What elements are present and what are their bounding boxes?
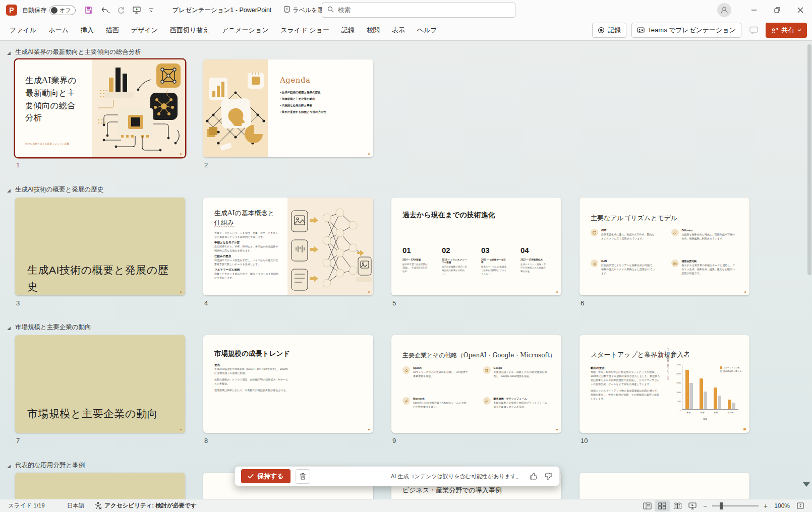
slide-thumbnail-10[interactable]: スタートアップと業界新規参入者 動向の要点 米国・中国・欧州を中心に特化型スター… [579,335,749,433]
chart-y-axis-label: スタートアップ数／調達額（億ドル） [667,346,669,380]
qat-overflow-icon[interactable] [148,8,154,13]
tab-view[interactable]: 表示 [386,22,411,38]
search-input[interactable]: 検索 [322,3,515,18]
tab-draw[interactable]: 描画 [100,22,125,38]
slide9-title: 主要企業とその戦略（OpenAI・Google・Microsoft） [402,351,556,360]
start-slideshow-icon[interactable] [132,6,141,14]
slide2-title: Agenda [280,76,311,85]
slide-thumbnail-5[interactable]: 過去から現在までの技術進化 012014 — GAN登場敵対的学習で生成品質が飛… [391,198,561,295]
company-icon [483,397,491,405]
tab-slideshow[interactable]: スライド ショー [275,22,334,38]
scroll-down-icon[interactable] [803,482,810,487]
collapse-triangle-icon: ◢ [7,50,11,55]
slide8-title: 市場規模の成長トレンド [214,349,290,358]
language-indicator[interactable]: 日本語 [62,502,90,509]
vertical-scrollbar[interactable] [807,41,812,499]
slide1-illustration [92,59,185,157]
comments-icon[interactable] [746,23,761,37]
slide-thumbnail-8[interactable]: 市場規模の成長トレンド 要点 生成AI市場は年平均成長率（CAGR）30〜40%… [203,335,373,433]
slide-thumbnail-2[interactable]: Agenda 生成AI技術の概要と発展の歴史 市場規模と主要企業の動向 代表的な… [203,59,373,157]
zoom-level[interactable]: 100% [771,502,793,509]
scrollbar-thumb[interactable] [807,44,811,275]
slide-thumbnail-9[interactable]: 主要企業とその戦略（OpenAI・Google・Microsoft） OpenA… [391,335,561,433]
chart-y-ticks: 25002000150010005000 [671,363,681,412]
zoom-in-button[interactable]: + [761,502,771,510]
chart-bar [718,396,721,409]
slide-number-6: 6 [581,299,584,307]
share-icon [771,27,778,34]
zoom-slider[interactable] [712,505,759,506]
chart-legend: スタートアップ数資金調達額（億ドル） [720,366,743,373]
tab-record[interactable]: 記録 [336,22,360,38]
minimize-button[interactable] [742,0,766,20]
redo-icon[interactable] [117,6,125,14]
company-icon [402,397,410,405]
tab-help[interactable]: ヘルプ [412,22,443,38]
tab-design[interactable]: デザイン [126,22,163,38]
autosave-toggle[interactable]: オフ [49,6,76,15]
tab-file[interactable]: ファイル [4,22,42,38]
chart-bar [714,388,717,410]
trash-icon [300,473,306,480]
ribbon-tab-bar: ファイル ホーム 挿入 描画 デザイン 画面切り替え アニメーション スライド … [0,20,812,41]
keep-button[interactable]: 保持する [241,469,291,483]
slide10-body: 動向の要点 米国・中国・欧州を中心に特化型スタートアップが増加し、2023年には… [591,366,661,403]
search-placeholder: 検索 [338,6,351,15]
close-button[interactable] [789,0,812,20]
slide-thumbnail-7[interactable]: 市場規模と主要企業の動向 [15,335,185,433]
slide-sorter-canvas: ◢ 生成AI業界の最新動向と主要傾向の総合分析 [0,41,812,499]
maximize-button[interactable] [766,0,789,20]
section-header-1[interactable]: ◢ 生成AI業界の最新動向と主要傾向の総合分析 [7,48,141,56]
slide-number-5: 5 [392,299,396,307]
discard-button[interactable] [296,469,310,484]
thumbs-down-icon[interactable] [544,472,552,480]
powerpoint-window: P 自動保存 オフ プレゼンテーション1 - PowerPoint ラベルを選択 [0,0,812,512]
slide-thumbnail-6[interactable]: 主要なアルゴリズムとモデル GPT自然言語生成に優れ、会話や文章作成、要約などの… [579,198,749,295]
section-header-3[interactable]: ◢ 市場規模と主要企業の動向 [7,323,91,332]
powerpoint-logo-icon: P [6,5,17,16]
tab-home[interactable]: ホーム [43,22,74,38]
company-icon [483,366,491,374]
company-icon [402,366,410,374]
slide3-title: 生成AI技術の概要と発展の歴史 [27,262,173,295]
slide-thumbnail-11[interactable] [15,473,185,499]
toggle-knob-icon [51,7,57,14]
collapse-triangle-icon: ◢ [7,188,11,193]
slide13-title: ビジネス・産業分野での導入事例 [402,486,502,495]
slide-number-8: 8 [204,437,208,444]
section-header-2[interactable]: ◢ 生成AI技術の概要と発展の歴史 [7,185,103,194]
record-button[interactable]: 記録 [592,23,626,38]
section-header-4[interactable]: ◢ 代表的な応用分野と事例 [7,461,85,470]
slide-thumbnail-1[interactable]: 生成AI業界の最新動向と主要傾向の総合分析 明快な洞察で捉える最新トレンドと影響 [15,59,185,157]
reading-view-button[interactable] [670,500,685,511]
zoom-slider-knob[interactable] [720,502,723,509]
tab-review[interactable]: 校閲 [361,22,385,38]
tab-insert[interactable]: 挿入 [75,22,99,38]
slide-counter[interactable]: スライド 1/19 [3,502,50,509]
thumbs-up-icon[interactable] [530,472,538,480]
account-avatar[interactable] [717,3,731,17]
save-icon[interactable] [85,6,93,14]
slide-sorter-view-button[interactable] [655,500,670,511]
chart-bar [704,392,707,409]
tab-transitions[interactable]: 画面切り替え [164,22,215,38]
document-title: プレゼンテーション1 - PowerPoint [172,6,272,15]
present-in-teams-button[interactable]: Teams でプレゼンテーション [631,23,741,38]
normal-view-button[interactable] [640,500,655,511]
slide-thumbnail-4[interactable]: 生成AIの基本概念と仕組み 大量データからパターンを学び、画像・音声・テキストな… [203,198,373,295]
title-bar: P 自動保存 オフ プレゼンテーション1 - PowerPoint ラベルを選択 [0,0,812,20]
zoom-out-button[interactable]: − [700,502,710,510]
slide9-items: OpenAIGPTシリーズ中心の生成AIを公開し、API提供で事業展開を加速。 … [402,366,554,428]
slide-thumbnail-3[interactable]: 生成AI技術の概要と発展の歴史 [15,198,185,295]
autosave-state: オフ [60,7,71,14]
tab-animations[interactable]: アニメーション [216,22,274,38]
slide4-illustration [287,198,373,295]
accessibility-status[interactable]: アクセシビリティ: 検討が必要です [89,502,202,509]
slideshow-view-button[interactable] [685,500,700,511]
slide-thumbnail-14[interactable] [579,473,749,499]
slide6-title: 主要なアルゴリズムとモデル [591,214,677,223]
fit-to-window-button[interactable] [793,500,808,511]
undo-icon[interactable] [100,6,110,14]
share-button[interactable]: 共有 [766,23,807,38]
slide-number-4: 4 [204,299,208,307]
